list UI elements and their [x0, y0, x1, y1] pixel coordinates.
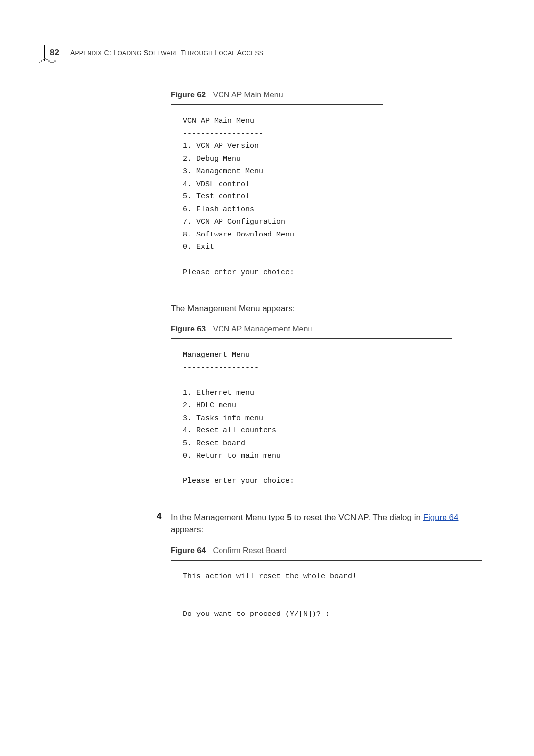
- paragraph-management-appears: The Management Menu appears:: [171, 302, 490, 315]
- figure-63-title: VCN AP Management Menu: [213, 325, 312, 333]
- running-head: APPENDIX C: LOADING SOFTWARE THROUGH LOC…: [70, 49, 263, 57]
- figure-64-title: Confirm Reset Board: [213, 546, 287, 555]
- step-text-seg: to reset the VCN AP. The dialog in: [292, 513, 423, 522]
- figure-62-code: VCN AP Main Menu ------------------ 1. V…: [171, 104, 383, 289]
- step-4: 4 In the Management Menu type 5 to reset…: [171, 511, 490, 536]
- rh-seg: A: [235, 49, 242, 57]
- decorative-dots-icon: [39, 56, 56, 63]
- page-header: 82 APPENDIX C: LOADING SOFTWARE THROUGH …: [44, 45, 490, 61]
- rh-seg: T: [179, 49, 185, 57]
- rh-seg: OCAL: [219, 50, 235, 57]
- step-4-text: In the Management Menu type 5 to reset t…: [171, 511, 490, 536]
- figure-62-title: VCN AP Main Menu: [213, 91, 283, 99]
- rh-seg: OFTWARE: [148, 50, 179, 57]
- rh-seg: S: [142, 49, 149, 57]
- figure-63-caption: Figure 63 VCN AP Management Menu: [171, 325, 490, 333]
- rh-seg: L: [213, 49, 219, 57]
- step-text-seg: appears:: [171, 525, 203, 534]
- figure-64-code: This action will reset the whole board! …: [171, 560, 482, 631]
- step-text-seg: In the Management Menu type: [171, 513, 287, 522]
- rh-seg: A: [70, 49, 75, 57]
- rh-seg: CCESS: [242, 50, 263, 57]
- figure-63-code: Management Menu ----------------- 1. Eth…: [171, 338, 452, 498]
- figure-64-label: Figure 64: [171, 546, 206, 555]
- step-4-number: 4: [157, 511, 165, 536]
- rh-seg: PPENDIX: [75, 50, 102, 57]
- step-key: 5: [287, 513, 291, 522]
- figure-64-link[interactable]: Figure 64: [423, 513, 459, 522]
- figure-63-label: Figure 63: [171, 325, 206, 333]
- figure-62-label: Figure 62: [171, 91, 206, 99]
- rh-seg: HROUGH: [185, 50, 213, 57]
- figure-64-caption: Figure 64 Confirm Reset Board: [171, 546, 490, 555]
- rh-seg: C: L: [102, 49, 117, 57]
- figure-62-caption: Figure 62 VCN AP Main Menu: [171, 91, 490, 99]
- rh-seg: OADING: [117, 50, 141, 57]
